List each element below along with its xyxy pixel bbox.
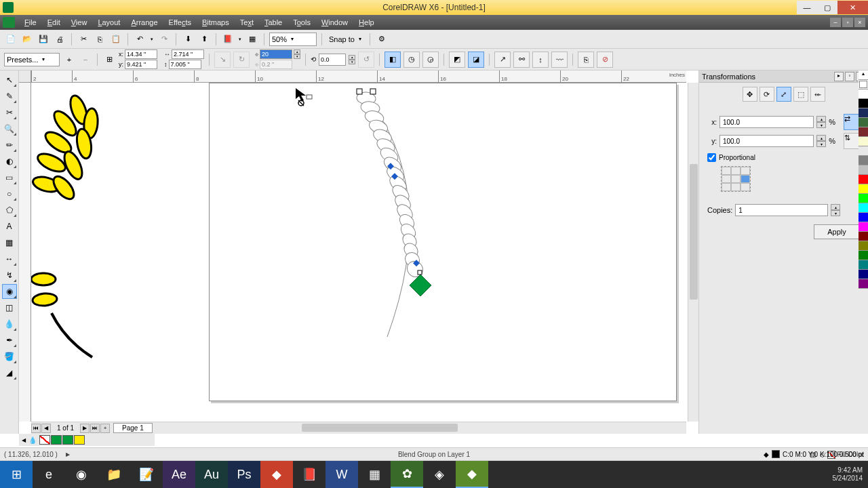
menu-file[interactable]: File (19, 17, 42, 28)
taskbar-app3[interactable]: ◈ (423, 461, 456, 488)
freehand-tool[interactable]: ✏ (2, 138, 17, 152)
scale-x-input[interactable] (719, 116, 814, 128)
object-accel-button[interactable]: ◩ (449, 52, 465, 68)
page-tab[interactable]: Page 1 (113, 423, 153, 433)
taskbar-coreldraw[interactable]: ✿ (391, 461, 423, 488)
mdi-restore[interactable]: ▫ (842, 18, 853, 27)
menu-bitmaps[interactable]: Bitmaps (197, 17, 235, 28)
redo-button[interactable]: ↷ (157, 33, 171, 46)
menu-arrange[interactable]: Arrange (125, 17, 163, 28)
close-button[interactable]: ✕ (837, 1, 868, 14)
connector-tool[interactable]: ↯ (2, 268, 17, 283)
menu-effects[interactable]: Effects (163, 17, 197, 28)
zoom-tool[interactable]: 🔍 (2, 121, 17, 136)
blend-cw-button[interactable]: ↻ (233, 52, 250, 68)
eyedropper-tool[interactable]: 💧 (2, 317, 17, 331)
color-swatch[interactable] (859, 137, 868, 146)
publish-dropdown[interactable]: ▾ (237, 33, 243, 46)
transform-position-tab[interactable]: ✥ (743, 87, 757, 102)
color-swatch[interactable] (859, 127, 868, 137)
transform-rotate-tab[interactable]: ⟳ (760, 87, 774, 102)
path-properties-button[interactable]: 〰 (551, 52, 568, 68)
add-page-button[interactable]: + (100, 424, 110, 433)
outline-swatch[interactable] (772, 450, 780, 458)
outline-tool[interactable]: ✒ (2, 333, 17, 348)
app-launcher-button[interactable]: ▦ (245, 33, 259, 46)
doc-no-color[interactable] (39, 435, 50, 445)
options-button[interactable]: ⚙ (375, 33, 389, 46)
copies-input[interactable] (735, 204, 828, 216)
copy-blend-button[interactable]: ⎘ (578, 52, 594, 68)
menu-window[interactable]: Window (316, 17, 353, 28)
app-menu-icon[interactable] (3, 17, 15, 28)
color-swatch[interactable] (859, 118, 868, 127)
status-next-icon[interactable]: ▶ (66, 451, 70, 458)
docker-expand-button[interactable]: ▫ (845, 72, 854, 81)
scale-y-input[interactable] (719, 135, 814, 147)
copy-button[interactable]: ⎘ (93, 33, 106, 46)
loop-blend-button[interactable]: ↺ (358, 52, 374, 68)
x-position-input[interactable] (125, 49, 157, 59)
remove-preset-button[interactable]: − (79, 53, 92, 66)
minimize-button[interactable]: — (797, 1, 817, 14)
open-button[interactable]: 📂 (20, 33, 34, 46)
taskbar-app1[interactable]: ◆ (260, 461, 293, 488)
color-swatch[interactable] (859, 184, 868, 194)
color-swatch[interactable] (859, 99, 868, 108)
undo-button[interactable]: ↶ (133, 33, 146, 46)
no-color-swatch[interactable] (859, 80, 868, 89)
paste-button[interactable]: 📋 (109, 33, 123, 46)
page-first-button[interactable]: ⏮ (31, 424, 41, 433)
color-swatch[interactable] (859, 146, 868, 156)
taskbar-word[interactable]: W (326, 461, 358, 488)
blend-direction-input[interactable] (319, 54, 346, 66)
color-swatch[interactable] (859, 213, 868, 222)
transform-scale-tab[interactable]: ⤢ (776, 87, 791, 102)
horizontal-scrollbar[interactable] (166, 424, 686, 433)
table-tool[interactable]: ▦ (2, 235, 17, 250)
y-position-input[interactable] (125, 60, 157, 69)
link-accel-button[interactable]: ⚯ (513, 52, 530, 68)
color-swatch[interactable] (859, 165, 868, 175)
publish-pdf-button[interactable]: 📕 (221, 33, 235, 46)
color-swatch[interactable] (859, 222, 868, 232)
taskbar-explorer[interactable]: 📁 (98, 461, 130, 488)
text-tool[interactable]: A (2, 219, 17, 234)
fill-tool[interactable]: 🪣 (2, 349, 17, 364)
start-button[interactable]: ⊞ (0, 461, 33, 488)
drawing-canvas[interactable] (31, 83, 686, 422)
start-end-button[interactable]: ↕ (532, 52, 549, 68)
taskbar-chrome[interactable]: ◉ (65, 461, 98, 488)
undo-dropdown[interactable]: ▾ (149, 33, 155, 46)
menu-text[interactable]: Text (235, 17, 259, 28)
ellipse-tool[interactable]: ○ (2, 186, 17, 201)
apply-button[interactable]: Apply (814, 224, 860, 239)
export-button[interactable]: ⬆ (197, 33, 211, 46)
direct-blend-button[interactable]: ◧ (384, 52, 401, 68)
taskbar-ps[interactable]: Ps (228, 461, 260, 488)
clear-blend-button[interactable]: ⊘ (597, 52, 613, 68)
color-swatch[interactable] (859, 251, 868, 260)
accel-sizing-button[interactable]: ↗ (494, 52, 511, 68)
blend-direct-button[interactable]: ↘ (214, 52, 231, 68)
page-last-button[interactable]: ⏭ (90, 424, 100, 433)
color-swatch[interactable] (859, 279, 868, 289)
blend-spacing-input[interactable] (260, 60, 292, 69)
doc-palette-left[interactable]: ◀ (22, 437, 26, 443)
color-swatch[interactable] (859, 270, 868, 279)
interactive-fill-tool[interactable]: ◢ (2, 365, 17, 380)
vertical-ruler[interactable] (19, 83, 31, 422)
cut-button[interactable]: ✂ (77, 33, 90, 46)
polygon-tool[interactable]: ⬠ (2, 203, 17, 218)
menu-tools[interactable]: Tools (288, 17, 316, 28)
palette-scroll-up[interactable]: ▴ (859, 70, 868, 80)
vertical-scrollbar[interactable] (688, 83, 698, 422)
mdi-close[interactable]: × (854, 18, 865, 27)
taskbar-ae[interactable]: Ae (163, 461, 195, 488)
page-next-button[interactable]: ▶ (80, 424, 90, 433)
height-input[interactable] (169, 60, 201, 69)
mirror-h-button[interactable]: ⇄ (844, 114, 860, 130)
taskbar-app4[interactable]: ◆ (456, 461, 488, 488)
anchor-grid[interactable] (721, 166, 751, 192)
color-swatch[interactable] (859, 232, 868, 241)
